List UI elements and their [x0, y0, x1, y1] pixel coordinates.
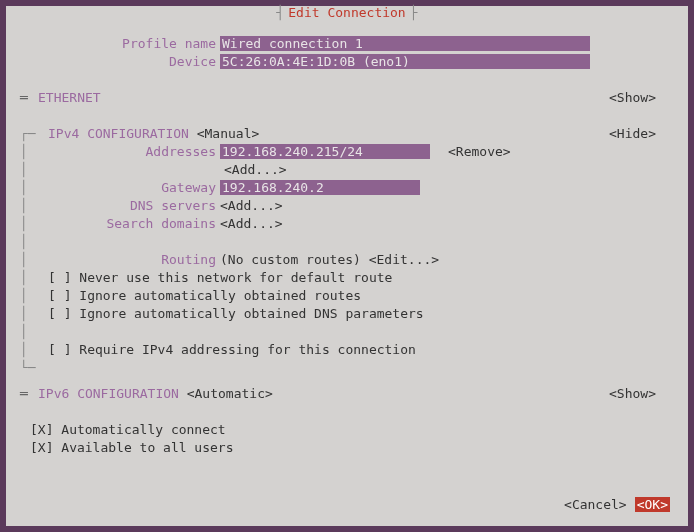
ok-button[interactable]: <OK> — [635, 497, 670, 512]
tree-bar-icon: │ — [20, 198, 48, 213]
title-text: Edit Connection — [284, 5, 409, 20]
ipv6-collapsed-icon: ═ — [20, 386, 38, 401]
tree-bar-icon: │ — [20, 324, 48, 339]
routing-edit-button[interactable]: <Edit...> — [369, 252, 439, 267]
ipv4-tree-bottom-icon: └─ — [20, 360, 48, 375]
address-remove-button[interactable]: <Remove> — [448, 144, 511, 159]
profile-name-label: Profile name — [20, 36, 220, 51]
addresses-label: Addresses — [48, 144, 220, 159]
ethernet-show-button[interactable]: <Show> — [609, 90, 656, 105]
device-input[interactable]: 5C:26:0A:4E:1D:0B (eno1) — [220, 54, 590, 69]
address-add-button[interactable]: <Add...> — [224, 162, 287, 177]
ipv4-mode-select[interactable]: <Manual> — [197, 126, 260, 141]
ethernet-collapsed-icon: ═ — [20, 90, 38, 105]
search-domains-label: Search domains — [48, 216, 220, 231]
title-bracket-right: ├ — [410, 5, 418, 20]
ipv4-header: IPv4 CONFIGURATION — [48, 126, 189, 141]
dns-label: DNS servers — [48, 198, 220, 213]
tree-bar-icon: │ — [20, 234, 48, 249]
tree-bar-icon: │ — [20, 306, 48, 321]
edit-connection-dialog: ┤ Edit Connection ├ Profile name Wired c… — [6, 6, 688, 526]
ipv6-header: IPv6 CONFIGURATION — [38, 386, 179, 401]
routing-status: (No custom routes) — [220, 252, 361, 267]
gateway-input[interactable]: 192.168.240.2 — [220, 180, 420, 195]
profile-name-input[interactable]: Wired connection 1 — [220, 36, 590, 51]
ipv6-show-button[interactable]: <Show> — [609, 386, 656, 401]
ignore-routes-checkbox[interactable]: [ ] Ignore automatically obtained routes — [48, 288, 361, 303]
address-input[interactable]: 192.168.240.215/24 — [220, 144, 430, 159]
tree-bar-icon: │ — [20, 162, 48, 177]
ipv4-hide-button[interactable]: <Hide> — [609, 126, 656, 141]
routing-label: Routing — [48, 252, 220, 267]
require-ipv4-checkbox[interactable]: [ ] Require IPv4 addressing for this con… — [48, 342, 416, 357]
title-bracket-left: ┤ — [276, 5, 284, 20]
ipv4-tree-top-icon: ┌─ — [20, 126, 48, 141]
dialog-title: ┤ Edit Connection ├ — [276, 5, 417, 20]
tree-bar-icon: │ — [20, 288, 48, 303]
tree-bar-icon: │ — [20, 180, 48, 195]
cancel-button[interactable]: <Cancel> — [564, 497, 627, 512]
tree-bar-icon: │ — [20, 342, 48, 357]
device-label: Device — [20, 54, 220, 69]
auto-connect-checkbox[interactable]: [X] Automatically connect — [20, 422, 226, 437]
tree-bar-icon: │ — [20, 216, 48, 231]
search-add-button[interactable]: <Add...> — [220, 216, 283, 231]
never-default-route-checkbox[interactable]: [ ] Never use this network for default r… — [48, 270, 392, 285]
available-all-users-checkbox[interactable]: [X] Available to all users — [20, 440, 234, 455]
tree-bar-icon: │ — [20, 144, 48, 159]
tree-bar-icon: │ — [20, 270, 48, 285]
ipv6-mode-select[interactable]: <Automatic> — [187, 386, 273, 401]
ethernet-header: ETHERNET — [38, 90, 101, 105]
gateway-label: Gateway — [48, 180, 220, 195]
ignore-dns-checkbox[interactable]: [ ] Ignore automatically obtained DNS pa… — [48, 306, 424, 321]
dns-add-button[interactable]: <Add...> — [220, 198, 283, 213]
tree-bar-icon: │ — [20, 252, 48, 267]
